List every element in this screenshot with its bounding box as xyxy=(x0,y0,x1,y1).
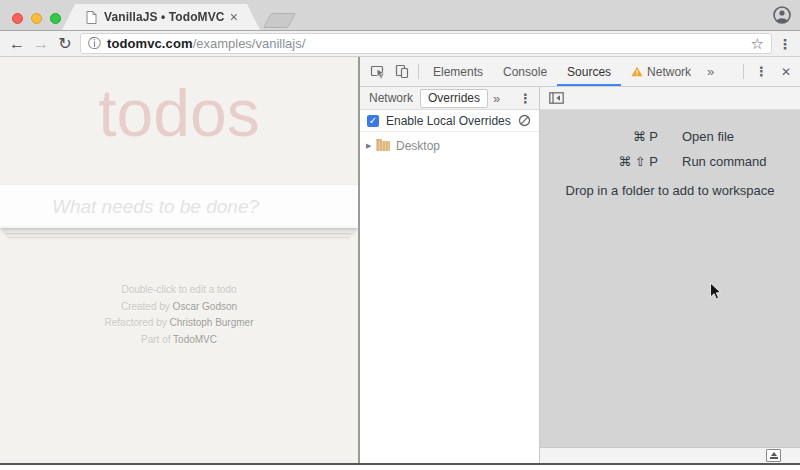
address-toolbar: ← → ↻ ⓘ todomvc.com/examples/vanillajs/ … xyxy=(0,30,800,57)
clear-overrides-icon[interactable] xyxy=(518,114,531,127)
mouse-cursor xyxy=(709,282,722,301)
browser-menu-icon[interactable]: ⋮ xyxy=(778,36,792,52)
footer-text: Created by xyxy=(121,301,173,312)
enable-overrides-checkbox[interactable]: ✓ xyxy=(367,115,379,127)
titlebar: VanillaJS • TodoMVC × xyxy=(0,0,800,30)
drop-folder-hint: Drop in a folder to add to workspace xyxy=(540,183,800,198)
overrides-sidebar: ✓ Enable Local Overrides ▶ Desktop xyxy=(360,110,540,463)
shortcut-action: Run command xyxy=(682,149,794,174)
folder-icon xyxy=(376,141,390,151)
device-toolbar-icon[interactable] xyxy=(390,57,414,86)
tab-label: Sources xyxy=(567,65,611,79)
footer-text: Refactored by xyxy=(105,317,170,328)
devtools-menu-icon[interactable]: ⋮ xyxy=(748,57,775,86)
url-host: todomvc.com xyxy=(107,36,193,51)
enable-overrides-row: ✓ Enable Local Overrides xyxy=(360,110,539,132)
back-icon[interactable]: ← xyxy=(8,34,26,54)
tab-sources[interactable]: Sources xyxy=(557,57,621,86)
todos-title: todos xyxy=(0,78,358,148)
close-window-button[interactable] xyxy=(12,13,23,24)
url-path: /examples/vanillajs/ xyxy=(193,36,306,51)
shortcut-hints: ⌘ P Open file ⌘ ⇧ P Run command xyxy=(540,124,800,174)
navigator-tabbar: Network Overrides » ⋮ xyxy=(360,87,540,109)
editor-toolbar xyxy=(540,87,800,109)
browser-tab[interactable]: VanillaJS • TodoMVC × xyxy=(62,4,260,30)
footer-link-christoph-burgmer[interactable]: Christoph Burgmer xyxy=(170,317,254,328)
devtools-panel: Elements Console Sources Network » ⋮ ✕ xyxy=(358,57,800,463)
page-info-icon[interactable]: ⓘ xyxy=(88,37,101,50)
tab-label: Network xyxy=(647,65,691,79)
browser-window: VanillaJS • TodoMVC × ← → ↻ ⓘ todomvc.co… xyxy=(0,0,800,465)
shortcut-run-command: ⌘ ⇧ P Run command xyxy=(540,149,800,174)
navigator-menu-icon[interactable]: ⋮ xyxy=(512,91,539,106)
bar-glyph xyxy=(770,457,778,459)
devtools-close-icon[interactable]: ✕ xyxy=(775,57,800,86)
shortcut-open-file: ⌘ P Open file xyxy=(540,124,800,149)
expand-pane-icon[interactable] xyxy=(766,449,781,462)
page-favicon-icon xyxy=(86,11,97,24)
toolbar-spacer xyxy=(720,57,739,86)
todomvc-page: todos Double-click to edit a todo Create… xyxy=(0,57,358,463)
footer-link-oscar-godson[interactable]: Oscar Godson xyxy=(173,301,237,312)
editor-statusbar xyxy=(540,447,800,463)
tab-elements[interactable]: Elements xyxy=(423,57,493,86)
new-tab-button[interactable] xyxy=(263,13,296,28)
footer-line-refactored: Refactored by Christoph Burgmer xyxy=(0,315,358,332)
warning-icon xyxy=(631,66,643,77)
enable-overrides-label: Enable Local Overrides xyxy=(386,114,518,128)
tab-console[interactable]: Console xyxy=(493,57,557,86)
toolbar-separator xyxy=(743,64,744,79)
tab-label: Overrides xyxy=(428,91,480,105)
tab-label: Console xyxy=(503,65,547,79)
tab-network[interactable]: Network xyxy=(621,57,701,86)
editor-placeholder-area: ⌘ P Open file ⌘ ⇧ P Run command Drop in … xyxy=(540,110,800,463)
tab-close-icon[interactable]: × xyxy=(230,10,238,24)
folder-name: Desktop xyxy=(396,139,440,153)
tab-label: Network xyxy=(369,91,413,105)
tab-title: VanillaJS • TodoMVC xyxy=(104,10,230,24)
footer-text: Part of xyxy=(141,334,173,345)
todo-footer: Double-click to edit a todo Created by O… xyxy=(0,282,358,348)
forward-icon[interactable]: → xyxy=(32,34,50,54)
traffic-lights xyxy=(12,13,61,24)
navigator-more-tabs-icon[interactable]: » xyxy=(488,91,505,106)
profile-avatar-icon[interactable] xyxy=(773,6,791,24)
footer-link-todomvc[interactable]: TodoMVC xyxy=(173,334,217,345)
url-omnibox[interactable]: ⓘ todomvc.com/examples/vanillajs/ ☆ xyxy=(80,33,772,54)
folder-tree-item-desktop[interactable]: ▶ Desktop xyxy=(360,137,539,155)
up-triangle-glyph xyxy=(771,452,777,456)
more-tabs-icon[interactable]: » xyxy=(701,57,720,86)
hide-navigator-icon[interactable] xyxy=(545,92,568,104)
navigator-tab-overrides[interactable]: Overrides xyxy=(420,89,488,108)
footer-line-partof: Part of TodoMVC xyxy=(0,332,358,349)
shortcut-action: Open file xyxy=(682,124,794,149)
footer-line-created: Created by Oscar Godson xyxy=(0,299,358,316)
inspect-element-icon[interactable] xyxy=(366,57,390,86)
disclosure-triangle-icon[interactable]: ▶ xyxy=(366,142,376,150)
footer-text: Double-click to edit a todo xyxy=(121,284,236,295)
shortcut-keys: ⌘ ⇧ P xyxy=(546,149,658,174)
minimize-window-button[interactable] xyxy=(31,13,42,24)
new-todo-input[interactable] xyxy=(0,185,358,228)
sources-sub-toolbar: Network Overrides » ⋮ xyxy=(360,87,800,110)
window-content: todos Double-click to edit a todo Create… xyxy=(0,57,800,463)
navigator-tab-network[interactable]: Network xyxy=(362,91,420,105)
tab-label: Elements xyxy=(433,65,483,79)
sources-body: ✓ Enable Local Overrides ▶ Desktop xyxy=(360,110,800,463)
shortcut-keys: ⌘ P xyxy=(546,124,658,149)
devtools-main-toolbar: Elements Console Sources Network » ⋮ ✕ xyxy=(360,57,800,87)
footer-line-edit-hint: Double-click to edit a todo xyxy=(0,282,358,299)
toolbar-separator xyxy=(418,64,419,79)
bookmark-star-icon[interactable]: ☆ xyxy=(751,36,764,51)
reload-icon[interactable]: ↻ xyxy=(56,34,74,54)
url-text: todomvc.com/examples/vanillajs/ xyxy=(107,36,305,51)
zoom-window-button[interactable] xyxy=(50,13,61,24)
new-todo-section xyxy=(0,185,358,228)
